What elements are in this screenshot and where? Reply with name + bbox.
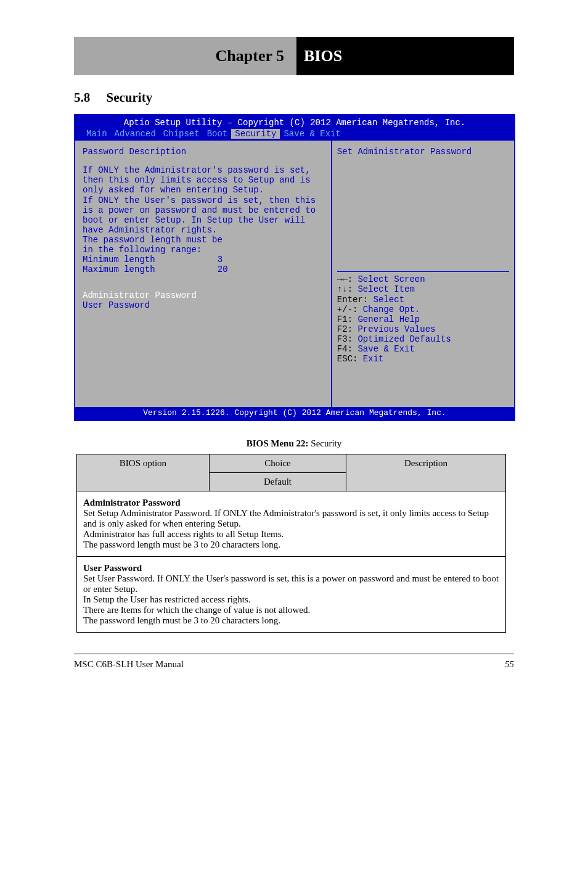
bios-key-hint: F4: Save & Exit (337, 344, 509, 354)
bios-tab-security[interactable]: Security (231, 129, 280, 139)
max-length-value: 20 (218, 265, 324, 274)
table-caption-label: BIOS Menu 22: (247, 438, 309, 448)
password-description-line: only asked for when entering Setup. (83, 185, 324, 195)
password-description-line: The password length must be (83, 235, 324, 245)
bios-key-hint: +/-: Change Opt. (337, 305, 509, 314)
section-title: 5.8 Security (74, 90, 514, 105)
bios-version-footer: Version 2.15.1226. Copyright (C) 2012 Am… (75, 407, 514, 420)
bios-tab-save-exit[interactable]: Save & Exit (280, 129, 344, 139)
bios-item-administrator-password[interactable]: Administrator Password (83, 290, 324, 300)
bios-key-hint: Enter: Select (337, 295, 509, 305)
bios-screenshot: Aptio Setup Utility – Copyright (C) 2012… (74, 114, 515, 421)
th-choice: Choice (210, 454, 346, 473)
bios-key-hint: →←: Select Screen (337, 274, 509, 284)
bios-tab-advanced[interactable]: Advanced (111, 129, 160, 139)
doc-title: MSC C6B-SLH User Manual (74, 659, 184, 670)
chapter-title: BIOS (296, 37, 514, 75)
th-default: Default (210, 473, 346, 491)
bios-item-user-password[interactable]: User Password (83, 300, 324, 310)
min-length-value: 3 (218, 255, 324, 265)
min-length-row: Minimum length 3 (83, 255, 324, 265)
bios-header: Aptio Setup Utility – Copyright (C) 2012… (75, 115, 514, 141)
section-name: Security (107, 90, 153, 105)
page-number: 55 (505, 659, 514, 670)
bios-key-hints: →←: Select Screen↑↓: Select ItemEnter: S… (337, 274, 509, 364)
bios-tab-boot[interactable]: Boot (203, 129, 232, 139)
bios-tab-main[interactable]: Main (83, 129, 111, 139)
bios-right-separator (337, 271, 509, 272)
bios-key-hint: F3: Optimized Defaults (337, 334, 509, 344)
password-description-heading: Password Description (83, 147, 324, 157)
password-description-text: If ONLY the Administrator's password is … (83, 165, 324, 255)
bios-options-table: BIOS option Choice Description Default A… (76, 454, 506, 633)
bios-key-hint: F2: Previous Values (337, 324, 509, 334)
table-caption-text: Security (311, 438, 341, 448)
min-length-label: Minimum length (83, 255, 218, 265)
table-row: Administrator PasswordSet Setup Administ… (77, 491, 506, 557)
bios-key-hint: ESC: Exit (337, 354, 509, 364)
password-description-line: have Administrator rights. (83, 225, 324, 235)
bios-tabs: MainAdvancedChipsetBootSecuritySave & Ex… (75, 128, 514, 141)
max-length-row: Maximum length 20 (83, 265, 324, 274)
bios-utility-title: Aptio Setup Utility – Copyright (C) 2012… (75, 118, 514, 128)
bios-key-hint: ↑↓: Select Item (337, 284, 509, 294)
chapter-number: Chapter 5 (74, 37, 296, 75)
bios-tab-chipset[interactable]: Chipset (160, 129, 203, 139)
bios-key-hint: F1: General Help (337, 314, 509, 324)
th-desc: Description (346, 454, 506, 491)
th-option: BIOS option (77, 454, 210, 491)
bios-help-text: Set Administrator Password (337, 147, 509, 157)
bios-left-panel: Password Description If ONLY the Adminis… (75, 141, 332, 407)
password-description-line: If ONLY the Administrator's password is … (83, 165, 324, 175)
bios-right-panel: Set Administrator Password →←: Select Sc… (332, 141, 514, 407)
table-caption: BIOS Menu 22: Security (74, 438, 514, 449)
password-description-line: in the following range: (83, 245, 324, 255)
password-description-line: boot or enter Setup. In Setup the User w… (83, 215, 324, 225)
max-length-label: Maximum length (83, 265, 218, 274)
section-num: 5.8 (74, 90, 90, 105)
table-row: User PasswordSet User Password. If ONLY … (77, 557, 506, 633)
password-description-line: is a power on password and must be enter… (83, 205, 324, 215)
chapter-header: Chapter 5 BIOS (74, 37, 514, 75)
password-description-line: If ONLY the User's password is set, then… (83, 195, 324, 205)
password-description-line: then this only limits access to Setup an… (83, 175, 324, 185)
page-footer: MSC C6B-SLH User Manual 55 (74, 654, 514, 670)
